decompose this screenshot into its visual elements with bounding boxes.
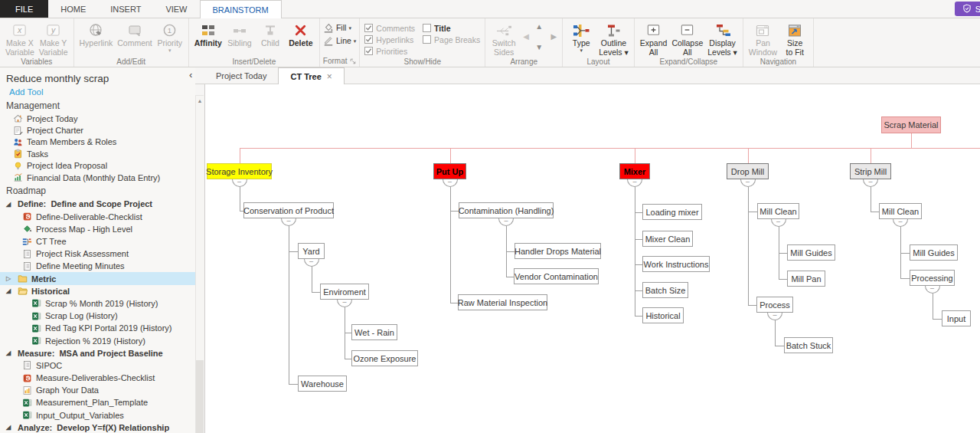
collapse-knob[interactable]: – [232, 179, 247, 187]
tree-node-mill-guides[interactable]: Mill Guides [910, 244, 958, 261]
tree-node-mill-clean[interactable]: Mill Clean [757, 203, 799, 219]
tab-home[interactable]: HOME [48, 0, 98, 18]
roadmap-item-define-define-and-scope-project[interactable]: ◢Define: Define and Scope Project [0, 198, 195, 210]
doc-tab-project-today[interactable]: Project Today [204, 67, 278, 84]
tree-node-work-instructions[interactable]: Work Instructions [642, 256, 710, 272]
collapse-knob[interactable]: – [281, 218, 296, 226]
roadmap-item-analyze-develop-y-f-x-relationship[interactable]: ◢Analyze: Develop Y=f(X) Relationship [0, 422, 195, 433]
tree-node-scrap-material[interactable]: Scrap Material [881, 116, 941, 133]
tree-node-put-up[interactable]: Put Up [433, 163, 466, 179]
tree-node-batch-size[interactable]: Batch Size [642, 282, 688, 298]
dialog-launcher-icon[interactable] [350, 57, 356, 66]
tree-node-mill-pan[interactable]: Mill Pan [787, 271, 825, 287]
sidebar-item-project-today[interactable]: Project Today [0, 113, 195, 124]
roadmap-item-measurement-plan-template[interactable]: Measurement_Plan_Template [0, 396, 195, 408]
line-button[interactable]: Line▾ [323, 35, 356, 47]
expander-expanded-icon[interactable]: ◢ [6, 201, 14, 208]
roadmap-item-input-output-variables[interactable]: Input_Output_Variables [0, 409, 195, 422]
tree-node-mixer[interactable]: Mixer [619, 163, 650, 179]
tree-node-historical[interactable]: Historical [642, 307, 684, 323]
tab-view[interactable]: VIEW [153, 0, 199, 18]
tab-insert[interactable]: INSERT [98, 0, 153, 18]
expander-expanded-icon[interactable]: ◢ [6, 287, 14, 294]
tree-node-mill-guides[interactable]: Mill Guides [787, 244, 835, 261]
close-tab-icon[interactable]: × [327, 71, 332, 82]
roadmap-item-rejection-2019-history[interactable]: Rejection % 2019 (History) [0, 334, 195, 346]
tree-node-storage-inventory[interactable]: Storage Inventory [207, 163, 272, 179]
collapse-knob[interactable]: – [627, 179, 642, 187]
tree-node-yard[interactable]: Yard [298, 243, 325, 259]
collapse-knob[interactable]: – [740, 179, 756, 187]
roadmap-item-scrap-month-2019-history[interactable]: Scrap % Month 2019 (History) [0, 297, 195, 310]
size-to-fit-button[interactable]: Sizeto Fit [779, 20, 810, 58]
tree-node-processing[interactable]: Processing [910, 270, 955, 286]
tree-node-ozone-exposure[interactable]: Ozone Exposure [351, 350, 418, 366]
collapse-knob[interactable]: – [925, 286, 940, 294]
tree-node-process[interactable]: Process [756, 297, 793, 313]
sidebar-item-financial-data-monthly-data-entry[interactable]: Financial Data (Monthly Data Entry) [0, 172, 195, 183]
doc-tab-ct-tree[interactable]: CT Tree × [278, 67, 344, 84]
submit-button[interactable]: Submit [955, 2, 980, 16]
collapse-knob[interactable]: – [863, 179, 878, 187]
collapse-sidebar-chevron[interactable]: ‹ [189, 69, 192, 81]
roadmap-item-ct-tree[interactable]: CT Tree [0, 235, 195, 248]
roadmap-item-metric[interactable]: ▷Metric [0, 272, 195, 284]
sidebar-item-team-members-roles[interactable]: Team Members & Roles [0, 136, 195, 148]
tree-node-drop-mill[interactable]: Drop Mill [727, 163, 769, 179]
roadmap-item-define-deliverable-checklist[interactable]: Define-Deliverable-Checklist [0, 211, 195, 223]
ct-tree-canvas[interactable]: Scrap MaterialStorage Inventory–Conserva… [204, 84, 980, 433]
sidebar-item-project-idea-proposal[interactable]: Project Idea Proposal [0, 160, 195, 172]
sidebar-scrollbar[interactable]: ▲ [195, 95, 204, 433]
tree-node-raw-material-inspection[interactable]: Raw Material Inspection [458, 294, 547, 310]
roadmap-item-scrap-log-history[interactable]: Scrap Log (History) [0, 310, 195, 322]
collapse-all-button[interactable]: CollapseAll [669, 20, 705, 58]
expander-expanded-icon[interactable]: ◢ [6, 349, 14, 356]
collapse-knob[interactable]: – [337, 300, 352, 307]
scroll-up-arrow-icon[interactable]: ▲ [196, 96, 204, 103]
roadmap-item-sipoc[interactable]: SIPOC [0, 359, 195, 372]
roadmap-item-process-map-high-level[interactable]: Process Map - High Level [0, 223, 195, 235]
title-checkbox[interactable]: Title [423, 22, 480, 34]
outline-levels-button[interactable]: OutlineLevels ▾ [596, 20, 631, 58]
tree-node-batch-stuck[interactable]: Batch Stuck [784, 337, 833, 353]
expand-all-button[interactable]: ExpandAll [638, 20, 670, 58]
tree-node-loading-mixer[interactable]: Loading mixer [642, 204, 702, 220]
tab-brainstorm[interactable]: BRAINSTORM [200, 0, 282, 18]
tree-node-vendor-contamination[interactable]: Vendor Contamination [514, 268, 599, 284]
type-button[interactable]: Type▾ [566, 20, 596, 54]
tree-node-conservation-of-product[interactable]: Conservation of Product [243, 202, 334, 218]
expander-expanded-icon[interactable]: ◢ [6, 424, 14, 431]
tree-node-enviroment[interactable]: Enviroment [320, 284, 369, 300]
tree-node-mixer-clean[interactable]: Mixer Clean [642, 231, 693, 247]
delete-button[interactable]: Delete [286, 20, 316, 50]
sidebar-item-project-charter[interactable]: Project Charter [0, 124, 195, 136]
scrollbar-thumb[interactable] [196, 360, 204, 433]
roadmap-item-project-risk-assessment[interactable]: Project Risk Assessment [0, 248, 195, 260]
collapse-knob[interactable]: – [443, 179, 458, 187]
roadmap-item-define-meeting-minutes[interactable]: Define Meeting Minutes [0, 260, 195, 272]
expander-collapsed-icon[interactable]: ▷ [6, 275, 14, 282]
tree-node-wet-rain[interactable]: Wet - Rain [351, 324, 397, 340]
tree-node-handler-drops-material[interactable]: Handler Drops Material [514, 243, 601, 259]
affinity-button[interactable]: Affinity [192, 20, 224, 50]
collapse-knob[interactable]: – [771, 219, 786, 227]
collapse-knob[interactable]: – [304, 259, 319, 267]
add-tool-link[interactable]: Add Tool [0, 85, 195, 98]
fill-button[interactable]: Fill▾ [323, 22, 356, 34]
sidebar-item-tasks[interactable]: Tasks [0, 148, 195, 159]
roadmap-item-measure-msa-and-project-baseline[interactable]: ◢Measure: MSA and Project Baseline [0, 347, 195, 359]
tab-file[interactable]: FILE [0, 0, 48, 18]
collapse-knob[interactable]: – [893, 219, 908, 227]
display-levels-button[interactable]: DisplayLevels ▾ [705, 20, 740, 58]
tree-node-input[interactable]: Input [942, 310, 971, 326]
roadmap-item-red-tag-kpi-portal-2019-history[interactable]: Red Tag KPI Portal 2019 (History) [0, 322, 195, 334]
roadmap-item-graph-your-data[interactable]: Graph Your Data [0, 384, 195, 396]
roadmap-item-historical[interactable]: ◢Historical [0, 285, 195, 297]
roadmap-item-measure-deliverables-checklist[interactable]: Measure-Deliverables-Checklist [0, 372, 195, 384]
collapse-knob[interactable]: – [498, 218, 514, 226]
collapse-knob[interactable]: – [767, 313, 782, 320]
tree-node-mill-clean[interactable]: Mill Clean [879, 203, 922, 219]
tree-node-warehouse[interactable]: Warehouse [298, 376, 347, 392]
tree-node-strip-mill[interactable]: Strip Mill [850, 163, 891, 179]
tree-node-contamination-handling[interactable]: Contamination (Handling) [459, 202, 554, 218]
